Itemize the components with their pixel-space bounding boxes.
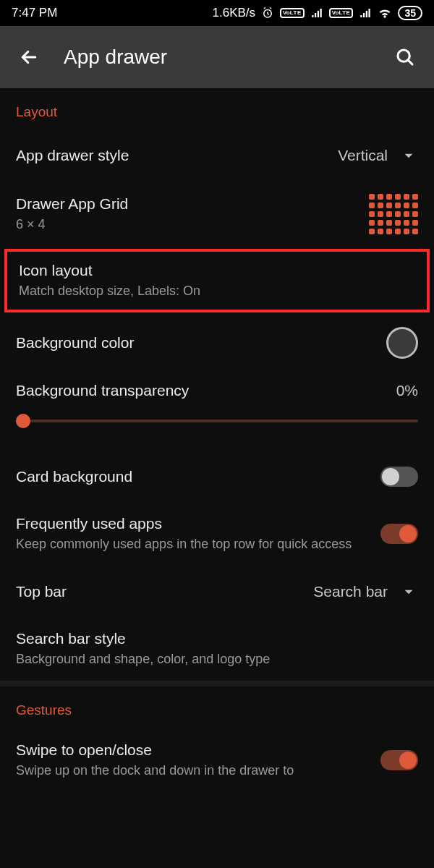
search-button[interactable] [391, 43, 420, 72]
pref-value: 0% [396, 382, 418, 399]
status-time: 7:47 PM [12, 6, 57, 20]
slider-track [16, 420, 418, 422]
switch-knob [399, 752, 417, 769]
search-icon [394, 46, 416, 68]
pref-title: App drawer style [16, 147, 326, 164]
screen: 7:47 PM 1.6KB/s VoLTE VoLTE 35 App drawe… [0, 0, 434, 868]
section-header-gestures: Gestures [0, 686, 434, 728]
pref-title: Search bar style [16, 630, 418, 647]
content-scroll[interactable]: Layout App drawer style Vertical Drawer … [0, 88, 434, 868]
pref-value: Vertical [338, 147, 388, 164]
status-net-speed: 1.6KB/s [213, 6, 256, 20]
pref-subtitle: 6 × 4 [16, 216, 357, 233]
chevron-down-icon [399, 582, 418, 601]
pref-title: Top bar [16, 583, 302, 600]
pref-subtitle: Background and shape, color, and logo ty… [16, 650, 418, 668]
pref-subtitle: Swipe up on the dock and down in the dra… [16, 762, 369, 779]
pref-title: Background color [16, 334, 375, 352]
slider-thumb[interactable] [16, 414, 30, 428]
pref-title: Swipe to open/close [16, 741, 369, 759]
chevron-down-icon [399, 146, 418, 165]
pref-title: Icon layout [19, 262, 415, 279]
volte-icon-1: VoLTE [280, 8, 305, 18]
pref-card-background[interactable]: Card background [0, 451, 434, 502]
status-right: 1.6KB/s VoLTE VoLTE 35 [213, 6, 422, 20]
status-bar: 7:47 PM 1.6KB/s VoLTE VoLTE 35 [0, 0, 434, 26]
pref-frequently-used-apps[interactable]: Frequently used apps Keep commonly used … [0, 502, 434, 566]
pref-title: Background transparency [16, 382, 189, 399]
back-button[interactable] [14, 43, 43, 72]
pref-title: Drawer App Grid [16, 195, 357, 213]
pref-background-transparency[interactable]: Background transparency 0% [0, 372, 434, 434]
color-swatch [386, 327, 418, 359]
pref-subtitle: Keep commonly used apps in the top row f… [16, 535, 369, 553]
switch-knob [382, 468, 399, 485]
pref-value: Search bar [313, 583, 388, 600]
pref-background-color[interactable]: Background color [0, 314, 434, 372]
wifi-icon [378, 6, 392, 20]
alarm-icon [261, 7, 274, 20]
section-header-layout: Layout [0, 88, 434, 130]
pref-icon-layout[interactable]: Icon layout Match desktop size, Labels: … [4, 249, 430, 312]
section-divider [0, 681, 434, 686]
pref-title: Card background [16, 468, 369, 485]
volte-icon-2: VoLTE [329, 8, 354, 18]
pref-title: Frequently used apps [16, 515, 369, 532]
pref-swipe-open-close[interactable]: Swipe to open/close Swipe up on the dock… [0, 728, 434, 779]
switch-swipe-open-close[interactable] [380, 750, 418, 770]
pref-app-drawer-style[interactable]: App drawer style Vertical [0, 130, 434, 181]
switch-knob [399, 525, 417, 542]
app-bar: App drawer [0, 26, 434, 88]
slider[interactable] [16, 414, 418, 428]
signal-icon-2 [359, 7, 372, 20]
spacer [0, 434, 434, 451]
grid-preview-icon [369, 194, 418, 234]
switch-card-background[interactable] [380, 467, 418, 487]
battery-indicator: 35 [398, 6, 422, 20]
pref-drawer-grid[interactable]: Drawer App Grid 6 × 4 [0, 181, 434, 247]
pref-subtitle: Match desktop size, Labels: On [19, 282, 415, 299]
pref-search-bar-style[interactable]: Search bar style Background and shape, c… [0, 617, 434, 681]
arrow-left-icon [18, 46, 40, 68]
page-title: App drawer [64, 46, 370, 69]
signal-icon-1 [310, 7, 323, 20]
pref-top-bar[interactable]: Top bar Search bar [0, 566, 434, 617]
switch-frequently-used[interactable] [380, 524, 418, 544]
